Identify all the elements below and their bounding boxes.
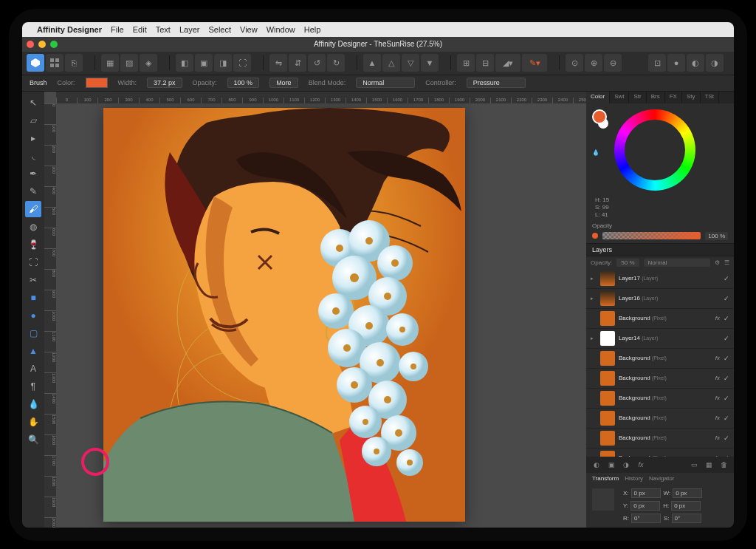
color-wheel[interactable]: [614, 109, 695, 191]
anchor-widget[interactable]: [592, 488, 614, 511]
transform-btn[interactable]: ⛶: [233, 54, 251, 72]
place-tool[interactable]: ⛶: [25, 254, 41, 270]
layer-opacity-value[interactable]: 50 %: [616, 259, 639, 267]
minimize-window-button[interactable]: [38, 41, 46, 48]
tab-styles[interactable]: Sty: [682, 92, 701, 103]
node-tool[interactable]: ▸: [25, 130, 41, 146]
tab-stroke[interactable]: Str: [629, 92, 646, 103]
eyedropper-tool[interactable]: 💧: [25, 396, 41, 412]
expand-arrow-icon[interactable]: ▸: [591, 276, 597, 282]
toolbar-btn-1[interactable]: ▦: [101, 54, 119, 72]
persona-export[interactable]: ⎘: [65, 54, 83, 72]
menu-text[interactable]: Text: [156, 25, 171, 34]
x-field[interactable]: [631, 488, 661, 498]
insert-target[interactable]: ⊙: [566, 54, 583, 72]
foreground-color[interactable]: [592, 109, 607, 124]
preview-btn[interactable]: ●: [667, 54, 685, 72]
artwork-canvas[interactable]: [103, 108, 465, 522]
arrange-back[interactable]: ▼: [421, 54, 439, 72]
tab-text-styles[interactable]: TSt: [701, 92, 719, 103]
frame-text-tool[interactable]: ¶: [25, 378, 41, 395]
layer-delete-icon[interactable]: 🗑: [718, 459, 729, 471]
layer-add-icon[interactable]: ▦: [703, 459, 715, 471]
layer-row[interactable]: Background (Pixel) fx ✓: [586, 429, 734, 449]
persona-designer[interactable]: [27, 54, 44, 72]
rotate-ccw[interactable]: ↺: [308, 54, 326, 72]
layer-group-icon[interactable]: ▭: [688, 459, 700, 471]
ungroup-btn[interactable]: ⊟: [476, 54, 494, 72]
blend-select[interactable]: Normal: [356, 78, 415, 88]
toolbar-dropdown-2[interactable]: ✎▾: [522, 54, 547, 72]
expand-arrow-icon[interactable]: ▸: [591, 335, 597, 341]
align-right[interactable]: ◨: [214, 54, 232, 72]
y-field[interactable]: [630, 501, 660, 511]
tab-swatches[interactable]: Swt: [610, 92, 629, 103]
tab-color[interactable]: Color: [586, 92, 610, 103]
visibility-check-icon[interactable]: ✓: [724, 395, 729, 402]
layers-lock-icon[interactable]: ⚙: [715, 259, 720, 266]
layer-adjust-icon[interactable]: ◑: [620, 459, 632, 471]
rotate-cw[interactable]: ↻: [327, 54, 345, 72]
arrange-front[interactable]: ▲: [363, 54, 381, 72]
width-value[interactable]: 37.2 px: [147, 78, 182, 88]
artboard-tool[interactable]: ▱: [25, 112, 41, 129]
flip-v[interactable]: ⇵: [289, 54, 306, 72]
controller-select[interactable]: Pressure: [467, 78, 526, 88]
color-swatch[interactable]: [86, 78, 108, 88]
pan-tool[interactable]: ✋: [25, 414, 41, 430]
crop-tool[interactable]: ✂: [25, 272, 41, 288]
layer-row[interactable]: Background (Pixel) fx ✓: [586, 449, 734, 457]
menu-help[interactable]: Help: [304, 25, 321, 34]
snapping-btn[interactable]: ⊡: [648, 54, 666, 72]
visibility-check-icon[interactable]: ✓: [724, 375, 729, 382]
color-triangle[interactable]: [635, 130, 675, 166]
pencil-tool[interactable]: ✎: [25, 183, 41, 200]
more-button[interactable]: More: [269, 78, 298, 88]
tab-fx[interactable]: FX: [665, 92, 682, 103]
rounded-rect-tool[interactable]: ▢: [25, 325, 41, 341]
menu-view[interactable]: View: [240, 25, 258, 34]
r-field[interactable]: [631, 514, 661, 523]
tab-navigator[interactable]: Navigator: [649, 475, 674, 482]
h-field[interactable]: [671, 501, 701, 511]
opacity-value[interactable]: 100 %: [227, 78, 260, 88]
insert-behind[interactable]: ⊖: [604, 54, 622, 72]
align-center[interactable]: ▣: [195, 54, 213, 72]
toolbar-dropdown-1[interactable]: ◢▾: [495, 54, 520, 72]
toolbar-btn-3[interactable]: ◈: [140, 54, 157, 72]
layer-row[interactable]: ▸ Layer14 (Layer) ✓: [586, 329, 734, 349]
tab-history[interactable]: History: [625, 475, 643, 482]
s-field[interactable]: [672, 514, 701, 523]
fill-tool[interactable]: ◍: [25, 219, 41, 235]
arrange-forward[interactable]: △: [382, 54, 400, 72]
move-tool[interactable]: ↖: [25, 95, 41, 111]
rectangle-tool[interactable]: ■: [25, 290, 41, 306]
visibility-check-icon[interactable]: ✓: [724, 315, 729, 322]
tab-transform[interactable]: Transform: [592, 475, 619, 482]
insert-inside[interactable]: ⊕: [585, 54, 602, 72]
visibility-check-icon[interactable]: ✓: [724, 434, 729, 442]
eyedropper-icon[interactable]: 💧: [592, 149, 608, 156]
arrange-backward[interactable]: ▽: [402, 54, 419, 72]
layer-row[interactable]: Background (Pixel) fx ✓: [586, 409, 734, 429]
persona-pixel[interactable]: [46, 54, 63, 72]
menu-layer[interactable]: Layer: [179, 25, 200, 34]
opacity-value-field[interactable]: 100 %: [705, 232, 728, 240]
layer-blend-icon[interactable]: ◐: [591, 459, 602, 471]
menu-file[interactable]: File: [111, 25, 124, 34]
layer-mask-icon[interactable]: ▣: [605, 459, 617, 471]
tab-brushes[interactable]: Brs: [647, 92, 665, 103]
close-window-button[interactable]: [27, 41, 34, 48]
menu-select[interactable]: Select: [208, 25, 231, 34]
pen-tool[interactable]: ✒: [25, 166, 41, 182]
visibility-check-icon[interactable]: ✓: [724, 415, 729, 422]
visibility-check-icon[interactable]: ✓: [724, 335, 729, 342]
menu-window[interactable]: Window: [267, 25, 295, 34]
layer-row[interactable]: Background (Pixel) fx ✓: [586, 369, 734, 389]
layer-row[interactable]: ▸ Layer16 (Layer) ✓: [586, 289, 734, 309]
account-btn[interactable]: ◑: [706, 54, 724, 72]
visibility-check-icon[interactable]: ✓: [724, 275, 729, 282]
zoom-tool[interactable]: 🔍: [25, 432, 41, 448]
layer-blend-select[interactable]: Normal: [644, 259, 710, 267]
opacity-slider[interactable]: [602, 232, 701, 239]
